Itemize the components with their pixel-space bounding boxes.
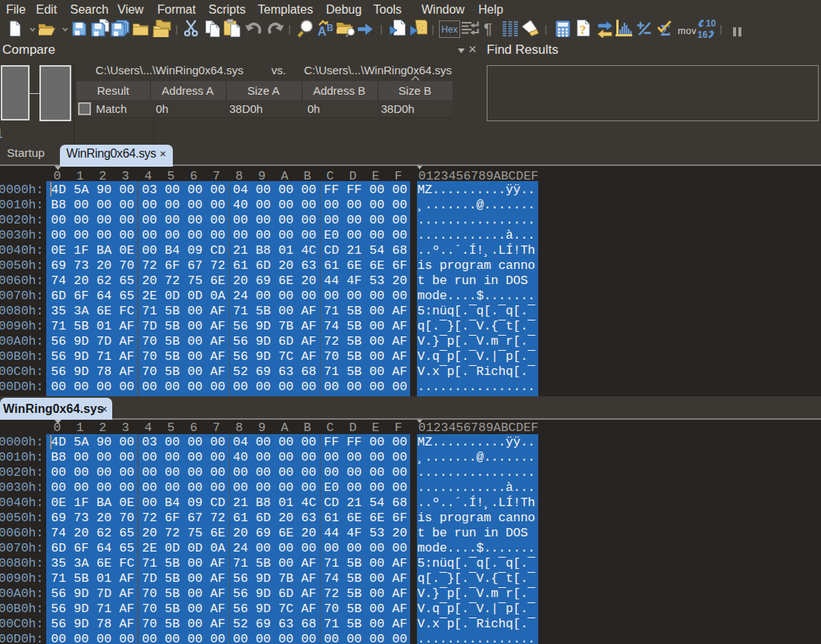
svg-text:A: A	[318, 25, 327, 37]
svg-text:10: 10	[706, 19, 716, 29]
svg-text:B: B	[327, 23, 334, 33]
svg-text:16: 16	[697, 30, 708, 39]
svg-text:?: ?	[580, 23, 587, 37]
